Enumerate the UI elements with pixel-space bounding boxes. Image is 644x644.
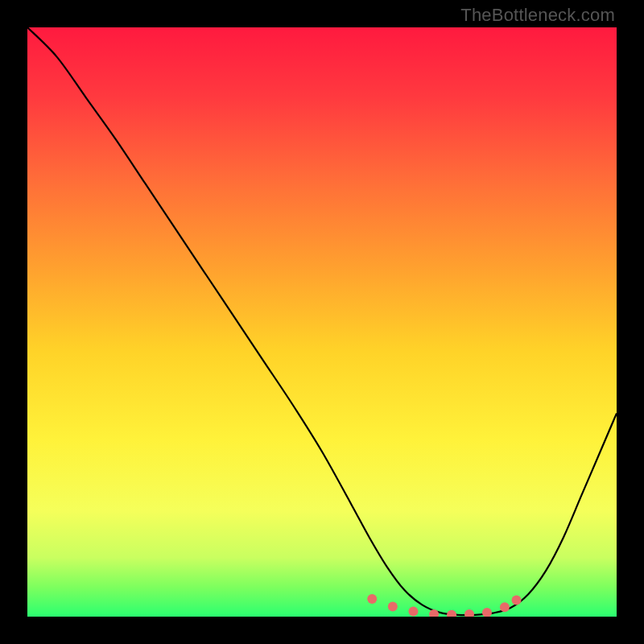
trough-marker [408,606,418,616]
trough-marker [512,596,522,605]
trough-marker [388,602,398,612]
watermark-text: TheBottleneck.com [460,5,615,26]
plot-background [27,27,617,617]
chart-frame [27,27,617,617]
chart-svg [27,27,617,617]
trough-marker [500,602,510,612]
trough-marker [367,594,377,604]
